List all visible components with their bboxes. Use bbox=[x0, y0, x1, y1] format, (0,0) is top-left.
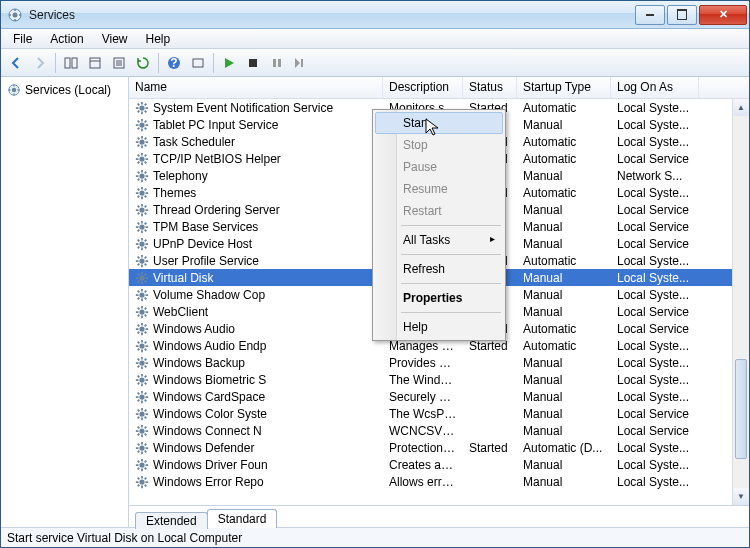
service-startup-type: Manual bbox=[517, 356, 611, 370]
svg-rect-5 bbox=[90, 58, 100, 68]
maximize-button[interactable] bbox=[667, 5, 697, 25]
scroll-thumb[interactable] bbox=[735, 359, 747, 459]
service-row[interactable]: Windows Connect NWCNCSVC ...ManualLocal … bbox=[129, 422, 749, 439]
context-start[interactable]: Start bbox=[375, 112, 503, 134]
menu-help[interactable]: Help bbox=[138, 30, 179, 48]
menu-view[interactable]: View bbox=[94, 30, 136, 48]
service-log-on-as: Local Syste... bbox=[611, 390, 699, 404]
service-log-on-as: Local Syste... bbox=[611, 101, 699, 115]
menubar: File Action View Help bbox=[1, 29, 749, 49]
service-name: Windows CardSpace bbox=[153, 390, 265, 404]
column-log-on-as[interactable]: Log On As bbox=[611, 77, 699, 98]
service-startup-type: Automatic bbox=[517, 101, 611, 115]
toolbar: ? bbox=[1, 49, 749, 77]
column-status[interactable]: Status bbox=[463, 77, 517, 98]
service-log-on-as: Local Syste... bbox=[611, 441, 699, 455]
export-list-button[interactable] bbox=[108, 52, 130, 74]
app-icon bbox=[7, 7, 23, 23]
service-row[interactable]: Windows DefenderProtection a...StartedAu… bbox=[129, 439, 749, 456]
service-row[interactable]: Windows Driver FounCreates and...ManualL… bbox=[129, 456, 749, 473]
minimize-button[interactable] bbox=[635, 5, 665, 25]
context-properties[interactable]: Properties bbox=[375, 287, 503, 309]
service-description: Creates and... bbox=[383, 458, 463, 472]
service-log-on-as: Local Syste... bbox=[611, 186, 699, 200]
scroll-down-button[interactable]: ▼ bbox=[733, 488, 749, 505]
service-startup-type: Manual bbox=[517, 407, 611, 421]
service-row[interactable]: Windows Biometric SThe Windo...ManualLoc… bbox=[129, 371, 749, 388]
gear-icon bbox=[135, 237, 149, 251]
gear-icon bbox=[135, 220, 149, 234]
service-log-on-as: Local Syste... bbox=[611, 373, 699, 387]
svg-rect-9 bbox=[193, 59, 203, 67]
service-name: Windows Driver Foun bbox=[153, 458, 268, 472]
gear-icon bbox=[135, 169, 149, 183]
service-log-on-as: Local Syste... bbox=[611, 135, 699, 149]
gear-icon bbox=[135, 441, 149, 455]
service-row[interactable]: Windows BackupProvides Wi...ManualLocal … bbox=[129, 354, 749, 371]
service-description: The WcsPlu... bbox=[383, 407, 463, 421]
column-startup-type[interactable]: Startup Type bbox=[517, 77, 611, 98]
service-log-on-as: Local Syste... bbox=[611, 339, 699, 353]
service-description: Protection a... bbox=[383, 441, 463, 455]
context-pause: Pause bbox=[375, 156, 503, 178]
properties-toolbar-button[interactable] bbox=[84, 52, 106, 74]
tab-footer: Extended Standard bbox=[129, 505, 749, 527]
toolbar-extra-button[interactable] bbox=[187, 52, 209, 74]
service-startup-type: Automatic bbox=[517, 339, 611, 353]
svg-rect-11 bbox=[273, 59, 276, 67]
scroll-up-button[interactable]: ▲ bbox=[733, 99, 749, 116]
start-service-button[interactable] bbox=[218, 52, 240, 74]
service-name: Windows Error Repo bbox=[153, 475, 264, 489]
service-row[interactable]: Windows CardSpaceSecurely en...ManualLoc… bbox=[129, 388, 749, 405]
service-log-on-as: Local Syste... bbox=[611, 356, 699, 370]
gear-icon bbox=[135, 118, 149, 132]
service-row[interactable]: Windows Error RepoAllows error...ManualL… bbox=[129, 473, 749, 490]
context-refresh[interactable]: Refresh bbox=[375, 258, 503, 280]
stop-service-button[interactable] bbox=[242, 52, 264, 74]
column-description[interactable]: Description bbox=[383, 77, 463, 98]
tab-extended[interactable]: Extended bbox=[135, 512, 208, 529]
service-name: Windows Connect N bbox=[153, 424, 262, 438]
service-log-on-as: Local Service bbox=[611, 407, 699, 421]
gear-icon bbox=[135, 305, 149, 319]
pause-service-button[interactable] bbox=[266, 52, 288, 74]
service-startup-type: Manual bbox=[517, 305, 611, 319]
tab-standard[interactable]: Standard bbox=[207, 509, 278, 528]
service-row[interactable]: Windows Color SysteThe WcsPlu...ManualLo… bbox=[129, 405, 749, 422]
gear-icon bbox=[135, 373, 149, 387]
refresh-button[interactable] bbox=[132, 52, 154, 74]
forward-button[interactable] bbox=[29, 52, 51, 74]
help-button[interactable]: ? bbox=[163, 52, 185, 74]
gear-icon bbox=[135, 254, 149, 268]
service-startup-type: Manual bbox=[517, 288, 611, 302]
service-startup-type: Manual bbox=[517, 424, 611, 438]
service-startup-type: Manual bbox=[517, 390, 611, 404]
service-log-on-as: Local Service bbox=[611, 424, 699, 438]
service-name: Windows Backup bbox=[153, 356, 245, 370]
service-startup-type: Automatic bbox=[517, 152, 611, 166]
gear-icon bbox=[135, 475, 149, 489]
column-name[interactable]: Name bbox=[129, 77, 383, 98]
restart-service-button[interactable] bbox=[290, 52, 312, 74]
context-all-tasks[interactable]: All Tasks bbox=[375, 229, 503, 251]
gear-icon bbox=[135, 101, 149, 115]
menu-action[interactable]: Action bbox=[42, 30, 91, 48]
service-description: WCNCSVC ... bbox=[383, 424, 463, 438]
vertical-scrollbar[interactable]: ▲ ▼ bbox=[732, 99, 749, 505]
show-hide-tree-button[interactable] bbox=[60, 52, 82, 74]
context-resume: Resume bbox=[375, 178, 503, 200]
service-status: Started bbox=[463, 441, 517, 455]
back-button[interactable] bbox=[5, 52, 27, 74]
column-header-row: Name Description Status Startup Type Log… bbox=[129, 77, 749, 99]
menu-file[interactable]: File bbox=[5, 30, 40, 48]
close-button[interactable] bbox=[699, 5, 747, 25]
context-help[interactable]: Help bbox=[375, 316, 503, 338]
svg-rect-10 bbox=[249, 59, 257, 67]
gear-icon bbox=[135, 271, 149, 285]
service-name: Tablet PC Input Service bbox=[153, 118, 278, 132]
gear-icon bbox=[135, 203, 149, 217]
context-restart: Restart bbox=[375, 200, 503, 222]
svg-rect-13 bbox=[301, 59, 303, 67]
tree-root-services-local[interactable]: Services (Local) bbox=[3, 81, 126, 99]
service-name: Windows Biometric S bbox=[153, 373, 266, 387]
